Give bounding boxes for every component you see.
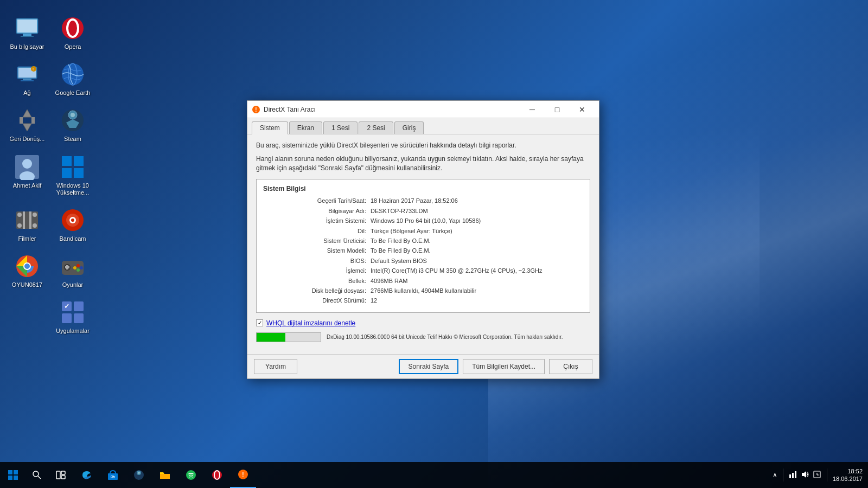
desktop-icon-steam[interactable]: Steam bbox=[51, 103, 94, 147]
tab-sistem[interactable]: Sistem bbox=[252, 121, 288, 134]
info-directx: DirectX Sürümü: 12 bbox=[263, 297, 583, 305]
svg-point-47 bbox=[76, 264, 80, 267]
info-lang-label: Dil: bbox=[263, 227, 366, 235]
svg-rect-3 bbox=[21, 36, 34, 37]
tray-clock[interactable]: 18:52 18.06.2017 bbox=[833, 467, 863, 483]
recycle-label: Geri Dönüş... bbox=[10, 136, 45, 143]
tab-ekran[interactable]: Ekran bbox=[289, 121, 322, 134]
help-button[interactable]: Yardım bbox=[254, 359, 297, 374]
apps-label: Uygulamalar bbox=[56, 328, 90, 335]
desktop-icon-opera[interactable]: Opera bbox=[51, 11, 94, 55]
svg-point-22 bbox=[22, 159, 32, 169]
desktop-icon-films[interactable]: Filmler bbox=[5, 203, 49, 247]
info-bios-label: BIOS: bbox=[263, 257, 366, 265]
svg-rect-26 bbox=[62, 168, 72, 178]
tray-notification-icon[interactable] bbox=[813, 470, 821, 480]
info-os-label: İşletim Sistemi: bbox=[263, 217, 366, 225]
progress-bar-fill bbox=[257, 333, 285, 342]
tray-time-display: 18:52 bbox=[833, 467, 863, 475]
minimize-button[interactable]: ─ bbox=[520, 101, 545, 118]
exit-button[interactable]: Çıkış bbox=[549, 359, 592, 374]
desktop-icon-chrome[interactable]: OYUN0817 bbox=[5, 249, 49, 293]
dialog-overlay: ! DirectX Tanı Aracı ─ □ ✕ Sistem Ekran … bbox=[0, 0, 868, 488]
dialog-buttons: Yardım Sonraki Sayfa Tüm Bilgileri Kayde… bbox=[247, 354, 599, 378]
dialog-content: Bu araç, sisteminizde yüklü DirectX bile… bbox=[247, 134, 599, 354]
tab-2sesi[interactable]: 2 Sesi bbox=[359, 121, 393, 134]
desktop-icon-network[interactable]: ! Ağ bbox=[5, 57, 49, 101]
svg-rect-25 bbox=[74, 156, 84, 166]
tray-separator bbox=[783, 468, 783, 481]
desktop-icon-bandicam[interactable]: Bandicam bbox=[51, 203, 94, 247]
taskbar-store[interactable]: 🛍 bbox=[100, 462, 126, 488]
info-date: Geçerli Tarih/Saat: 18 Haziran 2017 Paza… bbox=[263, 197, 583, 205]
tab-1sesi[interactable]: 1 Sesi bbox=[323, 121, 358, 134]
taskbar-apps: 🛍 bbox=[74, 462, 256, 488]
desktop-icon-win10[interactable]: Windows 10 Yükseltme... bbox=[51, 150, 94, 201]
maximize-button[interactable]: □ bbox=[545, 101, 570, 118]
info-manufacturer-value: To Be Filled By O.E.M. bbox=[371, 237, 431, 245]
info-lang: Dil: Türkçe (Bölgesel Ayar: Türkçe) bbox=[263, 227, 583, 235]
svg-rect-2 bbox=[23, 34, 31, 36]
desktop-icons: Bu bilgisayar Opera bbox=[5, 11, 94, 342]
desktop-icon-computer[interactable]: Bu bilgisayar bbox=[5, 11, 49, 55]
taskbar-opera[interactable] bbox=[204, 462, 230, 488]
svg-point-62 bbox=[33, 471, 39, 477]
svg-text:✓: ✓ bbox=[64, 303, 69, 310]
tray-show-hidden[interactable]: ∧ bbox=[773, 471, 777, 479]
search-button[interactable] bbox=[26, 462, 48, 488]
taskbar-steam[interactable] bbox=[126, 462, 152, 488]
svg-point-50 bbox=[73, 266, 76, 269]
progress-row: DxDiag 10.00.10586.0000 64 bit Unicode T… bbox=[256, 332, 590, 342]
svg-rect-34 bbox=[29, 211, 31, 229]
svg-point-38 bbox=[71, 219, 74, 222]
info-directx-value: 12 bbox=[371, 297, 377, 305]
taskbar-tray: ∧ bbox=[773, 467, 868, 483]
desktop-icon-earth[interactable]: Google Earth bbox=[51, 57, 94, 101]
btn-group-right: Sonraki Sayfa Tüm Bilgileri Kaydet... Çı… bbox=[399, 359, 592, 374]
whql-label[interactable]: WHQL dijital imzalarını denetle bbox=[266, 319, 355, 327]
taskbar-spotify[interactable] bbox=[178, 462, 204, 488]
info-date-label: Geçerli Tarih/Saat: bbox=[263, 197, 366, 205]
svg-rect-59 bbox=[14, 470, 18, 474]
taskbar-edge[interactable] bbox=[74, 462, 100, 488]
desktop: Bu bilgisayar Opera bbox=[0, 0, 868, 488]
chrome-label: OYUN0817 bbox=[12, 281, 42, 288]
whql-checkbox-row: ✓ WHQL dijital imzalarını denetle bbox=[256, 319, 590, 327]
info-memory: Bellek: 4096MB RAM bbox=[263, 277, 583, 285]
next-page-button[interactable]: Sonraki Sayfa bbox=[399, 359, 459, 374]
taskbar-directx[interactable]: ! bbox=[230, 462, 256, 488]
earth-icon bbox=[60, 61, 86, 87]
network-icon: ! bbox=[14, 61, 40, 87]
films-label: Filmler bbox=[18, 235, 36, 242]
bandicam-icon bbox=[60, 207, 86, 233]
taskbar-explorer[interactable] bbox=[152, 462, 178, 488]
save-all-button[interactable]: Tüm Bilgileri Kaydet... bbox=[463, 359, 545, 374]
svg-rect-53 bbox=[62, 313, 72, 323]
directx-icon: ! bbox=[252, 105, 260, 114]
close-button[interactable]: ✕ bbox=[570, 101, 595, 118]
svg-marker-14 bbox=[23, 110, 31, 117]
apps-icon: ✓ bbox=[60, 299, 86, 325]
svg-rect-61 bbox=[14, 476, 18, 480]
task-view-button[interactable] bbox=[48, 462, 74, 488]
whql-checkbox[interactable]: ✓ bbox=[256, 319, 263, 326]
svg-point-20 bbox=[71, 113, 75, 117]
user-icon bbox=[14, 154, 40, 180]
tab-giris[interactable]: Giriş bbox=[394, 121, 424, 134]
desktop-icon-apps[interactable]: ✓ Uygulamalar bbox=[51, 295, 94, 339]
directx-dialog[interactable]: ! DirectX Tanı Aracı ─ □ ✕ Sistem Ekran … bbox=[247, 100, 599, 379]
tray-network-icon[interactable] bbox=[789, 470, 797, 480]
desktop-icon-recycle[interactable]: Geri Dönüş... bbox=[5, 103, 49, 147]
description1: Bu araç, sisteminizde yüklü DirectX bile… bbox=[256, 141, 590, 150]
win10-icon bbox=[60, 154, 86, 180]
desktop-icon-user[interactable]: Ahmet Akif bbox=[5, 150, 49, 201]
start-button[interactable] bbox=[0, 462, 26, 488]
svg-point-30 bbox=[17, 223, 22, 228]
svg-point-32 bbox=[33, 223, 37, 228]
info-computer-value: DESKTOP-R733LDM bbox=[371, 207, 428, 215]
desktop-icon-games[interactable]: Oyunlar bbox=[51, 249, 94, 293]
dialog-titlebar[interactable]: ! DirectX Tanı Aracı ─ □ ✕ bbox=[247, 101, 599, 118]
dialog-tabs: Sistem Ekran 1 Sesi 2 Sesi Giriş bbox=[247, 118, 599, 134]
steam-icon bbox=[60, 107, 86, 133]
tray-volume-icon[interactable] bbox=[801, 470, 809, 480]
